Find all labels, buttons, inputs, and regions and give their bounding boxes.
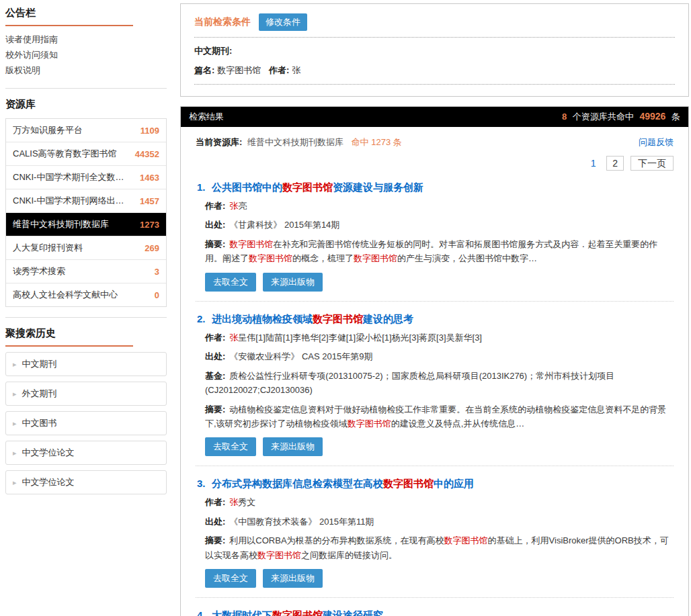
field-value: 张呈伟[1]陆苗[1]李艳华[2]李健[1]梁小松[1]杨光[3]蒋原[3]吴新… [229,333,482,343]
modify-conditions-button[interactable]: 修改条件 [259,13,307,31]
resource-item[interactable]: 人大复印报刊资料269 [6,236,166,260]
sidebar-divider [5,317,167,318]
main-column: 当前检索条件 修改条件 中文期刊: 篇名:数字图书馆 作者:张 检索结果 8 个… [180,3,689,616]
announcement-link[interactable]: 版权说明 [5,62,167,78]
field-label: 出处: [205,351,225,361]
query-author-label: 作者: [269,65,289,75]
result-item: 3.分布式异构数据库信息检索模型在高校数字图书馆中的应用 作者:张秀文出处:《中… [196,466,674,598]
query-field-value: 数字图书馆 [217,65,261,75]
history-item[interactable]: ▸中文学位论文 [5,441,167,465]
dotted-divider [194,37,675,38]
results-list: 1.公共图书馆中的数字图书馆资源建设与服务创新 作者:张亮出处:《甘肃科技》 2… [196,170,674,616]
search-query-line: 篇名:数字图书馆 作者:张 [194,64,675,77]
resource-label: CALIS高等教育数字图书馆 [13,148,117,160]
chevron-right-icon: ▸ [13,419,17,428]
resource-label: 高校人文社会科学文献中心 [13,289,118,301]
result-field: 出处:《中国教育技术装备》 2015年第11期 [205,515,672,529]
resource-hit-count: 44352 [135,149,159,159]
field-label: 出处: [205,517,225,527]
result-fields: 作者:张秀文出处:《中国教育技术装备》 2015年第11期摘要:利用以CORBA… [197,495,672,562]
announcement-link[interactable]: 校外访问须知 [5,47,167,62]
query-author-value: 张 [292,65,300,75]
result-field: 作者:张亮 [205,199,672,213]
result-title-link[interactable]: 公共图书馆中的数字图书馆资源建设与服务创新 [212,181,423,193]
resource-label: CNKI-中国学术期刊全文数… [13,171,124,183]
resource-item[interactable]: CALIS高等教育数字图书馆44352 [6,142,166,166]
result-item: 1.公共图书馆中的数字图书馆资源建设与服务创新 作者:张亮出处:《甘肃科技》 2… [196,170,674,302]
source-button[interactable]: 来源出版物 [263,437,323,456]
result-title-link[interactable]: 分布式异构数据库信息检索模型在高校数字图书馆中的应用 [212,478,474,489]
current-db-label: 当前资源库: [196,137,242,147]
chevron-right-icon: ▸ [13,360,17,369]
result-number: 2. [197,312,212,326]
next-page-button[interactable]: 下一页 [631,156,674,171]
history-item[interactable]: ▸中文学位论文 [5,470,167,494]
history-item[interactable]: ▸中文期刊 [5,352,167,376]
resource-label: CNKI-中国学术期刊网络出… [13,195,124,207]
history-label: 外文期刊 [22,388,57,400]
hits-unit: 条 [393,137,402,147]
resource-item[interactable]: CNKI-中国学术期刊网络出…1457 [6,189,166,213]
history-label: 中文期刊 [22,358,57,370]
result-item: 2.进出境动植物检疫领域数字图书馆建设的思考 作者:张呈伟[1]陆苗[1]李艳华… [196,302,674,467]
source-button[interactable]: 来源出版物 [263,569,323,588]
announcements-list: 读者使用指南校外访问须知版权说明 [5,32,167,78]
stats-unit: 条 [672,112,680,122]
field-value: 张秀文 [229,497,255,507]
results-body: 当前资源库: 维普中文科技期刊数据库 命中 1273 条 问题反馈 1 2 下一… [181,136,688,616]
field-value: 数字图书馆在补充和完善图书馆传统业务短板的同时。对丰富和拓展图书馆服务方式及内容… [205,239,657,263]
resource-item[interactable]: 维普中文科技期刊数据库1273 [6,213,166,236]
page-2-link[interactable]: 2 [606,156,624,171]
sidebar-divider [5,88,167,89]
announcements-title: 公告栏 [5,7,133,26]
field-label: 摘要: [205,535,225,545]
current-db-info: 当前资源库: 维普中文科技期刊数据库 命中 1273 条 [196,136,402,148]
announcement-link[interactable]: 读者使用指南 [5,32,167,47]
result-number: 4. [197,608,212,616]
resource-hit-count: 1457 [140,196,159,206]
result-fields: 作者:张呈伟[1]陆苗[1]李艳华[2]李健[1]梁小松[1]杨光[3]蒋原[3… [197,331,672,431]
result-field: 作者:张呈伟[1]陆苗[1]李艳华[2]李健[1]梁小松[1]杨光[3]蒋原[3… [205,331,672,345]
resource-hit-count: 269 [145,243,159,253]
resource-item[interactable]: 读秀学术搜索3 [6,260,166,283]
resource-list: 万方知识服务平台1109CALIS高等教育数字图书馆44352CNKI-中国学术… [5,118,167,307]
fulltext-button[interactable]: 去取全文 [205,569,256,588]
result-field: 摘要:数字图书馆在补充和完善图书馆传统业务短板的同时。对丰富和拓展图书馆服务方式… [205,237,672,266]
field-value: 动植物检疫鉴定信息资料对于做好动植物检疫工作非常重要。在当前全系统的动植物检疫鉴… [205,404,666,429]
search-conditions-header: 当前检索条件 修改条件 [194,13,675,31]
result-item: 4.大数据时代下数字图书馆建设途径研究 作者:张捷出处:《青年时代》 2015年… [196,598,674,616]
resource-item[interactable]: 万方知识服务平台1109 [6,119,166,142]
chevron-right-icon: ▸ [13,449,17,457]
resource-hit-count: 1109 [140,126,159,136]
field-value: 《安徽农业科学》 CAS 2015年第9期 [229,351,372,361]
field-label: 作者: [205,497,225,507]
fulltext-button[interactable]: 去取全文 [205,273,256,292]
history-label: 中文学位论文 [22,476,75,488]
result-title-row: 4.大数据时代下数字图书馆建设途径研究 [197,608,672,616]
history-item[interactable]: ▸中文图书 [5,411,167,435]
result-title-link[interactable]: 大数据时代下数字图书馆建设途径研究 [212,609,383,616]
results-panel: 检索结果 8 个资源库共命中 49926 条 当前资源库: 维普中文科技期刊数据… [180,106,689,616]
resource-item[interactable]: CNKI-中国学术期刊全文数…1463 [6,166,166,189]
current-db-name: 维普中文科技期刊数据库 [247,137,343,147]
results-stats: 8 个资源库共命中 49926 条 [559,111,680,123]
resource-hit-count: 3 [155,267,159,277]
fulltext-button[interactable]: 去取全文 [205,437,256,456]
history-item[interactable]: ▸外文期刊 [5,382,167,406]
result-title-link[interactable]: 进出境动植物检疫领域数字图书馆建设的思考 [212,313,413,324]
field-label: 出处: [205,220,225,230]
resource-item[interactable]: 高校人文社会科学文献中心0 [6,283,166,306]
resource-label: 人大复印报刊资料 [13,242,83,254]
results-header-bar: 检索结果 8 个资源库共命中 49926 条 [181,107,688,127]
db-count: 8 [562,112,567,122]
results-title: 检索结果 [189,111,224,123]
feedback-link[interactable]: 问题反馈 [639,136,674,148]
pagination: 1 2 下一页 [196,158,674,170]
sidebar: 公告栏 读者使用指南校外访问须知版权说明 资源库 万方知识服务平台1109CAL… [5,7,167,494]
result-buttons: 去取全文来源出版物 [197,273,672,292]
result-number: 1. [197,180,212,194]
search-conditions-title: 当前检索条件 [194,16,251,28]
resource-hit-count: 1463 [140,173,159,183]
source-button[interactable]: 来源出版物 [263,273,323,292]
page-1-link[interactable]: 1 [587,157,600,170]
